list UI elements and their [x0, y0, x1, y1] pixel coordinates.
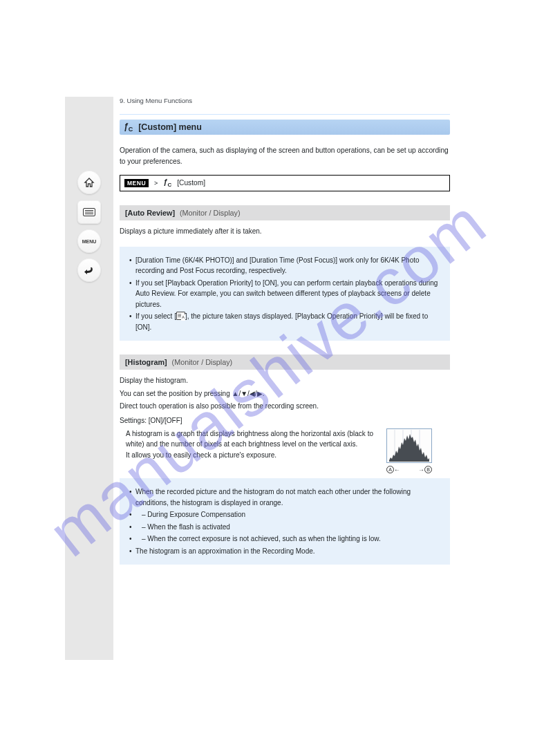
note-item: [Duration Time (6K/4K PHOTO)] and [Durat…	[129, 255, 440, 276]
note-subitem: – During Exposure Compensation	[129, 509, 440, 520]
auto-review-notes: [Duration Time (6K/4K PHOTO)] and [Durat…	[120, 247, 450, 341]
section-subtitle: (Monitor / Display)	[172, 358, 233, 366]
histogram-svg	[388, 430, 431, 462]
note-item: The histogram is an approximation in the…	[129, 546, 440, 557]
hist-settings: Settings: [ON]/[OFF]	[120, 417, 375, 424]
auto-review-body: Displays a picture immediately after it …	[120, 226, 450, 237]
note-subitem: – When the correct exposure is not achie…	[129, 533, 440, 545]
section-title: [Auto Review]	[125, 209, 175, 217]
path-custom-label: [Custom]	[177, 179, 205, 187]
sidebar: MENU	[65, 97, 113, 660]
hist-bullet: A histogram is a graph that displays bri…	[120, 428, 375, 450]
left-arrow-icon: ←	[394, 466, 400, 473]
custom-menu-icon-small: ƒC	[163, 178, 171, 188]
keyboard-icon	[83, 208, 95, 216]
page-title: [Custom] menu	[138, 122, 202, 132]
arrow-icon: >	[154, 180, 158, 187]
histogram-notes: When the recorded picture and the histog…	[120, 478, 450, 565]
histogram-graphic	[386, 428, 432, 463]
menu-label: MENU	[82, 239, 97, 244]
note-item: If you select [], the picture taken stay…	[129, 311, 440, 332]
hist-bullet: It allows you to easily check a picture'…	[120, 450, 375, 461]
hist-line: You can set the position by pressing ▲/▼…	[120, 388, 375, 399]
right-arrow-icon: →	[418, 466, 424, 473]
histogram-figure: A ← → B	[386, 428, 432, 473]
menu-path: MENU > ƒC [Custom]	[120, 175, 450, 191]
page-content: 9. Using Menu Functions ƒC [Custom] menu…	[120, 97, 450, 565]
nav-home-button[interactable]	[77, 171, 101, 194]
back-icon	[84, 265, 95, 275]
section-heading-histogram: [Histogram] (Monitor / Display)	[120, 355, 450, 370]
note-text: If you select [	[135, 312, 176, 320]
breadcrumb: 9. Using Menu Functions	[120, 97, 450, 104]
note-subitem: – When the flash is activated	[129, 522, 440, 533]
axis-a-marker: A	[386, 466, 394, 473]
rule-line	[120, 114, 450, 115]
section-title: [Histogram]	[125, 358, 167, 366]
nav-keyboard-button[interactable]	[77, 200, 101, 224]
nav-back-button[interactable]	[77, 258, 101, 282]
menu-chip: MENU	[124, 179, 149, 187]
section-subtitle: (Monitor / Display)	[180, 209, 241, 217]
custom-menu-icon: ƒC	[124, 122, 133, 133]
intro-text: Operation of the camera, such as display…	[120, 145, 450, 167]
axis-b-marker: B	[424, 466, 432, 473]
text-overlay-icon	[176, 312, 185, 320]
home-icon	[84, 177, 95, 188]
nav-menu-button[interactable]: MENU	[77, 229, 101, 253]
hist-line: Display the histogram.	[120, 375, 375, 386]
hist-line: Direct touch operation is also possible …	[120, 401, 375, 412]
section-heading-auto-review: [Auto Review] (Monitor / Display)	[120, 205, 450, 220]
note-item: If you set [Playback Operation Priority]…	[129, 278, 440, 310]
title-band: ƒC [Custom] menu	[120, 120, 450, 135]
note-item: When the recorded picture and the histog…	[129, 486, 440, 508]
histogram-axis-labels: A ← → B	[386, 466, 432, 473]
